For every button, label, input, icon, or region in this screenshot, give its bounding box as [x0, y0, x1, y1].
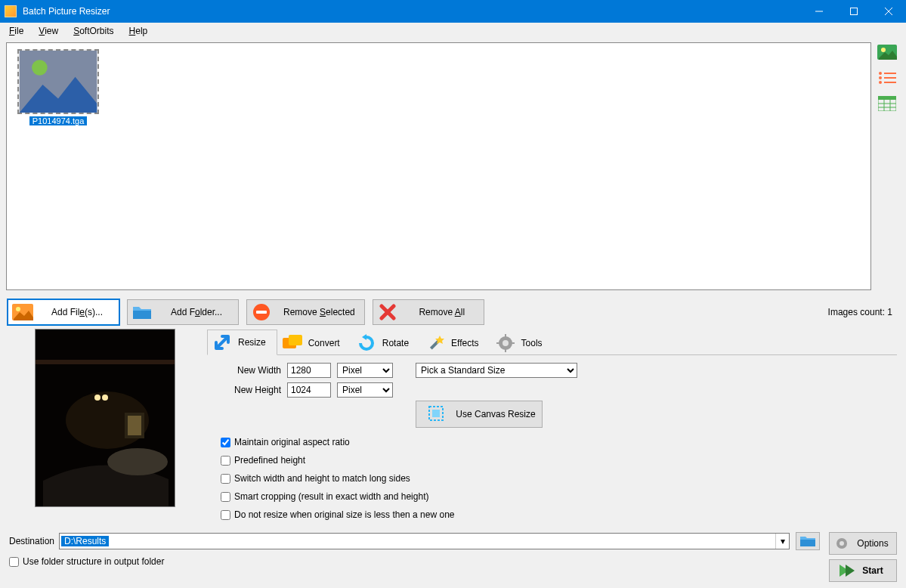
add-folder-label: Add Folder... [164, 307, 229, 317]
svg-rect-39 [289, 335, 302, 345]
menubar: File View SoftOrbits Help [0, 23, 906, 39]
canvas-resize-label: Use Canvas Resize [456, 409, 535, 419]
thumbnail-image [17, 49, 99, 114]
gear-icon [834, 536, 849, 551]
tab-resize[interactable]: Resize [207, 330, 277, 355]
tab-rotate-label: Rotate [382, 338, 409, 348]
folder-icon [131, 302, 153, 322]
minimize-button[interactable] [802, 0, 836, 23]
start-button[interactable]: Start [829, 559, 897, 582]
svg-point-5 [32, 60, 48, 76]
menu-help[interactable]: Help [122, 24, 156, 38]
chevron-down-icon[interactable]: ▾ [775, 534, 789, 549]
remove-all-label: Remove All [410, 307, 475, 317]
svg-marker-54 [846, 565, 855, 577]
width-unit-select[interactable]: Pixel [337, 363, 393, 378]
no-resize-checkbox[interactable]: Do not resize when original size is less… [221, 509, 883, 520]
standard-size-select[interactable]: Pick a Standard Size [416, 363, 577, 378]
svg-rect-1 [851, 8, 858, 15]
canvas-resize-button[interactable]: Use Canvas Resize [416, 401, 543, 428]
switch-dimensions-checkbox[interactable]: Switch width and height to match long si… [221, 473, 883, 484]
new-height-input[interactable] [287, 382, 331, 398]
menu-file[interactable]: File [2, 24, 31, 38]
resize-tab-body: New Width Pixel New Height Pixel Pick a … [207, 355, 897, 528]
folder-structure-checkbox[interactable]: Use folder structure in output folder [9, 556, 820, 567]
tab-resize-label: Resize [238, 337, 266, 348]
tabs-panel: Resize Convert Rotate Effects Tools [207, 329, 897, 528]
tab-effects[interactable]: Effects [420, 330, 490, 355]
svg-marker-40 [362, 334, 366, 340]
view-thumbnails-icon[interactable] [877, 44, 898, 60]
tab-row: Resize Convert Rotate Effects Tools [207, 329, 897, 355]
play-icon [840, 563, 855, 578]
add-folder-button[interactable]: Add Folder... [127, 299, 239, 325]
svg-point-10 [879, 72, 882, 75]
svg-point-52 [840, 541, 844, 546]
add-files-label: Add File(s)... [45, 307, 110, 317]
tab-effects-label: Effects [451, 338, 478, 348]
folder-open-icon [799, 534, 816, 548]
menu-view[interactable]: View [31, 24, 66, 38]
remove-all-button[interactable]: Remove All [373, 299, 484, 325]
window-title: Batch Picture Resizer [23, 6, 110, 17]
destination-label: Destination [9, 536, 53, 546]
tab-rotate[interactable]: Rotate [351, 330, 420, 355]
rotate-icon [357, 333, 376, 353]
thumbnail-area[interactable]: P1014974.tga [6, 42, 871, 290]
view-details-icon[interactable] [877, 95, 898, 112]
svg-rect-26 [256, 311, 267, 314]
svg-point-11 [879, 76, 882, 79]
preview-panel [9, 329, 201, 528]
smart-cropping-checkbox[interactable]: Smart cropping (result in exact width an… [221, 491, 883, 502]
view-list-icon[interactable] [877, 70, 898, 86]
svg-rect-30 [36, 360, 175, 364]
tab-convert[interactable]: Convert [277, 330, 351, 355]
svg-point-8 [881, 48, 886, 52]
remove-icon [250, 302, 273, 322]
app-icon [5, 5, 17, 17]
height-unit-select[interactable]: Pixel [337, 382, 393, 398]
convert-icon [283, 333, 302, 353]
predefined-height-checkbox[interactable]: Predefined height [221, 455, 883, 466]
svg-rect-35 [128, 416, 141, 435]
svg-rect-46 [505, 349, 506, 352]
destination-value: D:\Results [61, 536, 109, 546]
images-count: Images count: 1 [828, 307, 898, 317]
svg-point-33 [102, 395, 108, 401]
options-button[interactable]: Options [829, 532, 897, 555]
svg-point-44 [502, 340, 509, 346]
thumbnail-item[interactable]: P1014974.tga [13, 49, 104, 125]
canvas-icon [427, 404, 447, 424]
tab-tools-label: Tools [521, 338, 543, 348]
svg-rect-17 [878, 96, 896, 100]
new-width-label: New Width [221, 365, 281, 376]
svg-rect-45 [505, 334, 506, 337]
remove-selected-button[interactable]: Remove Selected [246, 299, 365, 325]
browse-button[interactable] [796, 532, 820, 550]
svg-point-37 [107, 448, 168, 475]
delete-icon [376, 302, 399, 322]
new-width-input[interactable] [287, 363, 331, 378]
new-height-label: New Height [221, 385, 281, 395]
svg-rect-50 [432, 410, 440, 417]
image-icon [11, 302, 34, 322]
menu-softorbits[interactable]: SoftOrbits [66, 24, 121, 38]
add-files-button[interactable]: Add File(s)... [8, 299, 119, 325]
maximize-button[interactable] [836, 0, 871, 23]
tools-icon [496, 333, 515, 353]
svg-rect-47 [496, 342, 499, 344]
thumbnail-caption: P1014974.tga [29, 116, 88, 125]
svg-point-12 [879, 81, 882, 84]
effects-icon [425, 333, 445, 353]
maintain-aspect-checkbox[interactable]: Maintain original aspect ratio [221, 437, 883, 447]
preview-image [35, 329, 175, 507]
remove-selected-label: Remove Selected [283, 307, 355, 317]
titlebar: Batch Picture Resizer [0, 0, 906, 23]
start-label: Start [862, 565, 883, 576]
tab-tools[interactable]: Tools [490, 330, 554, 355]
view-sidebar [874, 42, 900, 297]
destination-combo[interactable]: D:\Results ▾ [59, 533, 790, 549]
close-button[interactable] [871, 0, 906, 23]
resize-icon [212, 333, 232, 352]
tab-convert-label: Convert [308, 338, 340, 348]
